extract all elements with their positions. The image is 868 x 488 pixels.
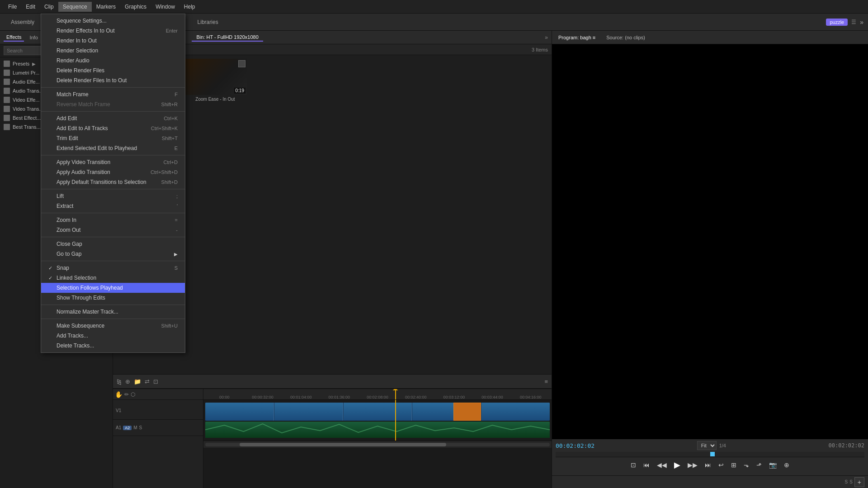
menubar-item-help[interactable]: Help: [179, 2, 200, 12]
menu-item-match-frame[interactable]: Match FrameF: [41, 89, 185, 99]
menu-item-label-zoom-out: Zoom Out: [57, 227, 80, 233]
shortcut-lift: ;: [176, 193, 178, 199]
menu-item-label-add-edit-all: Add Edit to All Tracks: [57, 125, 108, 131]
workspace-menu-icon[interactable]: ☰: [851, 19, 856, 25]
effects-item-icon: [4, 124, 10, 130]
menubar-item-file[interactable]: File: [4, 2, 21, 12]
fit-select[interactable]: Fit: [697, 441, 717, 450]
timeline-expand-icon[interactable]: ≡: [544, 378, 548, 385]
media-thumb-img-2: 0:19: [184, 59, 247, 95]
mark-out-btn[interactable]: ⊡: [629, 460, 638, 469]
menu-item-delete-tracks[interactable]: Delete Tracks...: [41, 341, 185, 351]
shortcut-apply-default-trans: Shift+D: [161, 179, 178, 185]
menu-item-add-tracks[interactable]: Add Tracks...: [41, 331, 185, 341]
menu-item-linked-selection[interactable]: ✓Linked Selection: [41, 273, 185, 283]
frame-fwd-btn[interactable]: ▶▶: [686, 460, 699, 469]
track-tool-marker[interactable]: ⬡: [131, 391, 135, 398]
menu-item-apply-default-trans[interactable]: Apply Default Transitions to SelectionSh…: [41, 177, 185, 187]
effects-item-icon: [4, 97, 10, 103]
effects-item-icon: [4, 70, 10, 76]
timeline-scrollbar[interactable]: [203, 441, 552, 448]
menubar-item-sequence[interactable]: Sequence: [58, 2, 92, 12]
menu-item-zoom-out[interactable]: Zoom Out-: [41, 225, 185, 235]
track-a1-text: A1: [116, 425, 121, 430]
track-mute-btn[interactable]: M: [133, 425, 137, 430]
menu-item-go-to-gap[interactable]: Go to Gap▶: [41, 249, 185, 259]
ruler-mark-7: 00:03:44:00: [473, 395, 512, 399]
scroll-thumb[interactable]: [240, 443, 446, 446]
menu-item-add-edit[interactable]: Add EditCtrl+K: [41, 113, 185, 123]
workspace-chevron[interactable]: »: [860, 19, 863, 26]
loop-btn[interactable]: ↩: [717, 460, 726, 469]
bin-tabs-chevron[interactable]: »: [545, 34, 548, 41]
effects-tab[interactable]: Effects: [4, 33, 24, 42]
workspace-tab-assembly[interactable]: Assembly: [5, 16, 41, 28]
menu-item-label-add-edit: Add Edit: [57, 115, 77, 122]
track-tool-pen[interactable]: ✏: [124, 391, 129, 398]
safe-margins-btn[interactable]: ⊞: [729, 460, 738, 469]
effects-item-label: Video Effe...: [13, 97, 40, 103]
menu-item-label-trim-edit: Trim Edit: [57, 135, 78, 141]
menu-item-delete-render[interactable]: Delete Render Files: [41, 66, 185, 75]
menu-item-selection-follows[interactable]: Selection Follows Playhead: [41, 283, 185, 293]
shortcut-add-edit-all: Ctrl+Shift+K: [151, 126, 178, 131]
effects-item-label: Video Trans...: [13, 106, 43, 112]
source-monitor-tab[interactable]: Source: (no clips): [604, 34, 648, 41]
camera-btn[interactable]: 📷: [767, 460, 778, 469]
menu-item-render-selection[interactable]: Render Selection: [41, 46, 185, 56]
menubar-item-markers[interactable]: Markers: [92, 2, 120, 12]
menubar-item-clip[interactable]: Clip: [40, 2, 58, 12]
timeline-tool-icon-3[interactable]: 📁: [134, 378, 141, 385]
timeline-tool-icon-1[interactable]: ⧎: [117, 378, 122, 385]
info-tab[interactable]: Info: [27, 34, 40, 41]
timeline-tool-icon-2[interactable]: ⊕: [125, 378, 130, 385]
menu-item-add-edit-all[interactable]: Add Edit to All TracksCtrl+Shift+K: [41, 123, 185, 133]
timeline-tool-icon-4[interactable]: ⇄: [145, 378, 150, 385]
menu-item-render-effects[interactable]: Render Effects In to OutEnter: [41, 26, 185, 36]
track-a1-badge: A2: [123, 426, 132, 430]
menu-item-lift[interactable]: Lift;: [41, 191, 185, 201]
frame-back-btn[interactable]: ◀◀: [655, 460, 669, 469]
menu-item-extract[interactable]: Extract': [41, 201, 185, 211]
timecode-right: 00:02:02:02: [829, 442, 864, 449]
menu-item-apply-audio-trans[interactable]: Apply Audio TransitionCtrl+Shift+D: [41, 167, 185, 177]
program-monitor-tab[interactable]: Program: bagh ≡: [556, 34, 598, 41]
media-item-2[interactable]: 0:19 Zoom Ease - In Out: [184, 59, 247, 102]
track-labels: ✋ ✏ ⬡ V1 A1 A2 M S: [113, 389, 203, 488]
menu-item-show-through[interactable]: Show Through Edits: [41, 293, 185, 303]
menu-item-label-snap: Snap: [57, 265, 69, 271]
menu-item-render-audio[interactable]: Render Audio: [41, 56, 185, 66]
overwrite-btn[interactable]: ⬏: [755, 460, 764, 469]
effects-item-label: Best Effect...: [13, 115, 41, 121]
menu-item-apply-video-trans[interactable]: Apply Video TransitionCtrl+D: [41, 157, 185, 167]
track-tool-hand[interactable]: ✋: [115, 391, 123, 398]
menu-item-make-subseq[interactable]: Make SubsequenceShift+U: [41, 321, 185, 331]
playhead-track: [395, 400, 396, 441]
menu-item-render-in-out[interactable]: Render In to Out: [41, 36, 185, 46]
menu-item-delete-render-in-out[interactable]: Delete Render Files In to Out: [41, 75, 185, 85]
workspace-tab-libraries[interactable]: Libraries: [191, 16, 225, 28]
ruler-mark-1: 00:00:32:00: [244, 395, 282, 399]
play-btn[interactable]: ▶: [672, 459, 682, 471]
menu-item-normalize[interactable]: Normalize Master Track...: [41, 307, 185, 317]
bin-tab-bin--ht---fullhd-868x488[interactable]: Bin: HT - FullHD 868x488: [192, 33, 263, 42]
menu-item-snap[interactable]: ✓SnapS: [41, 263, 185, 273]
menu-item-extend-edit[interactable]: Extend Selected Edit to PlayheadE: [41, 143, 185, 153]
effects-item-label: Presets: [13, 61, 29, 66]
add-media-btn[interactable]: +: [854, 477, 864, 487]
insert-btn[interactable]: ⬎: [742, 460, 751, 469]
track-solo-btn[interactable]: S: [139, 425, 142, 430]
menubar-item-edit[interactable]: Edit: [21, 2, 40, 12]
menu-item-zoom-in[interactable]: Zoom In=: [41, 215, 185, 225]
ruler-mark-4: 00:02:08:00: [359, 395, 397, 399]
menu-item-close-gap[interactable]: Close Gap: [41, 239, 185, 249]
step-back-btn[interactable]: ⏮: [642, 460, 651, 469]
settings-btn[interactable]: ⊕: [782, 460, 791, 469]
menubar-item-graphics[interactable]: Graphics: [120, 2, 151, 12]
divider2: [41, 111, 185, 112]
menubar-item-window[interactable]: Window: [151, 2, 179, 12]
menu-item-seq-settings[interactable]: Sequence Settings...: [41, 16, 185, 26]
timeline-tool-icon-5[interactable]: ⊡: [153, 378, 158, 385]
step-fwd-btn[interactable]: ⏭: [703, 460, 713, 469]
menu-item-trim-edit[interactable]: Trim EditShift+T: [41, 133, 185, 143]
